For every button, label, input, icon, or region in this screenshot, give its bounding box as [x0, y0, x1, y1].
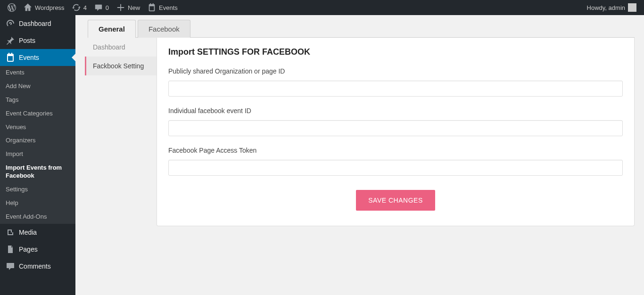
tab-general[interactable]: General [88, 20, 136, 38]
token-label: Facebook Page Access Token [168, 147, 623, 154]
sub-settings[interactable]: Settings [0, 183, 75, 197]
sub-event-categories[interactable]: Event Categories [0, 107, 75, 121]
events-bar-link[interactable]: Events [144, 0, 182, 15]
pin-icon [6, 36, 15, 45]
event-id-input[interactable] [168, 120, 623, 136]
site-name: Wordpress [35, 4, 65, 11]
menu-dashboard[interactable]: Dashboard [0, 15, 75, 32]
events-submenu: Events Add New Tags Event Categories Ven… [0, 66, 75, 224]
new-label: New [128, 4, 140, 11]
events-bar-label: Events [159, 4, 178, 11]
menu-pages-label: Pages [19, 246, 38, 253]
menu-posts-label: Posts [19, 37, 35, 44]
sub-help[interactable]: Help [0, 197, 75, 210]
media-icon [6, 228, 15, 237]
dashboard-icon [6, 19, 15, 28]
sub-import[interactable]: Import [0, 148, 75, 161]
new-link[interactable]: New [113, 0, 144, 15]
calendar-icon [148, 3, 156, 12]
tab-facebook[interactable]: Facebook [138, 20, 190, 38]
update-icon [72, 3, 81, 12]
comment-icon [94, 3, 103, 12]
comments-count: 0 [106, 4, 109, 11]
sub-events[interactable]: Events [0, 66, 75, 80]
sub-organizers[interactable]: Organizers [0, 134, 75, 148]
site-link[interactable]: Wordpress [20, 0, 68, 15]
sub-venues[interactable]: Venues [0, 121, 75, 134]
avatar [628, 3, 636, 12]
sub-event-addons[interactable]: Event Add-Ons [0, 210, 75, 224]
menu-comments-label: Comments [19, 262, 51, 270]
subtab-dashboard[interactable]: Dashboard [85, 38, 157, 57]
subtabs: Dashboard Fackbook Setting [85, 38, 157, 226]
tabs: General Facebook [88, 20, 635, 38]
menu-media-label: Media [19, 229, 37, 236]
admin-sidemenu: Dashboard Posts Events Events Add New Ta… [0, 15, 75, 295]
menu-events[interactable]: Events [0, 49, 75, 66]
menu-media[interactable]: Media [0, 224, 75, 241]
settings-panel: Import SETTINGS FOR FACEBOOK Publicly sh… [157, 38, 635, 226]
menu-dashboard-label: Dashboard [19, 20, 51, 27]
updates-link[interactable]: 4 [68, 0, 91, 15]
comments-link[interactable]: 0 [91, 0, 113, 15]
menu-events-label: Events [19, 54, 39, 61]
token-input[interactable] [168, 160, 623, 176]
page-icon [6, 245, 15, 254]
save-button[interactable]: SAVE CHANGES [356, 190, 435, 211]
plus-icon [116, 3, 125, 12]
wordpress-icon [8, 3, 16, 12]
menu-posts[interactable]: Posts [0, 32, 75, 49]
updates-count: 4 [83, 4, 87, 11]
org-id-input[interactable] [168, 81, 623, 97]
home-icon [24, 3, 32, 12]
comment-icon [6, 262, 15, 271]
menu-comments[interactable]: Comments [0, 258, 75, 275]
org-id-label: Publicly shared Organization or page ID [168, 67, 623, 75]
event-id-label: Individual facebook event ID [168, 107, 623, 115]
content-area: General Facebook Dashboard Fackbook Sett… [75, 15, 644, 295]
account-link[interactable]: Howdy, admin [583, 0, 640, 15]
wp-logo[interactable] [4, 0, 20, 15]
sub-tags[interactable]: Tags [0, 93, 75, 107]
calendar-icon [6, 53, 15, 62]
sub-import-fb[interactable]: Import Events from Facebook [0, 161, 75, 183]
greeting: Howdy, admin [587, 4, 625, 11]
sub-add-new[interactable]: Add New [0, 80, 75, 93]
panel-heading: Import SETTINGS FOR FACEBOOK [168, 47, 623, 57]
menu-pages[interactable]: Pages [0, 241, 75, 258]
subtab-fb-setting[interactable]: Fackbook Setting [85, 57, 157, 75]
admin-bar: Wordpress 4 0 New Events Howdy, admin [0, 0, 644, 15]
